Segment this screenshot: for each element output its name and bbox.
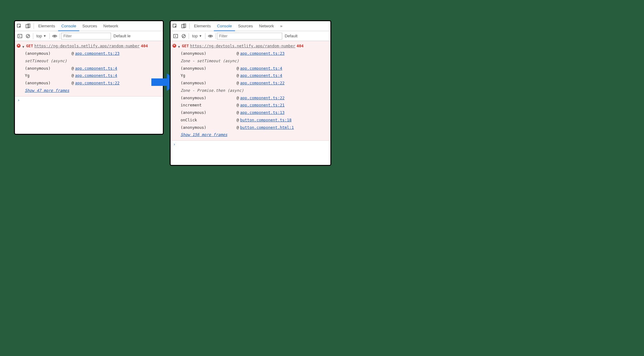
show-more-frames[interactable]: Show 156 more frames [181,131,329,138]
stack-frame: (anonymous) @ button.component.html:1 [181,124,329,131]
devtools-tabbar: Elements Console Sources Network [15,21,163,31]
request-url[interactable]: https://ng-devtools.netlify.app/random-n… [34,42,140,50]
stack-frame: Yg @ app.component.ts:4 [181,72,329,79]
frame-function: increment [181,101,237,109]
clear-console-icon[interactable] [180,32,187,40]
frame-function: Yg [181,72,237,79]
tab-elements[interactable]: Elements [191,21,214,31]
stack-frame: (anonymous) @ app.component.ts:22 [25,79,161,87]
inspect-icon[interactable] [15,21,24,31]
frame-location[interactable]: app.component.ts:22 [75,79,120,87]
frame-location[interactable]: app.component.ts:4 [75,65,117,72]
log-levels[interactable]: Default [283,34,299,38]
frame-location[interactable]: app.component.ts:22 [240,79,285,87]
sidebar-toggle-icon[interactable] [172,32,179,40]
inspect-icon[interactable] [171,21,179,31]
frame-location[interactable]: app.component.ts:23 [240,50,285,57]
error-icon: ✕ [17,44,21,48]
console-prompt[interactable]: › [171,141,330,148]
tab-console[interactable]: Console [58,21,79,31]
divider [33,33,33,39]
at-symbol: @ [71,65,74,72]
http-method: GET [26,42,33,50]
filter-input[interactable] [61,33,111,40]
frame-function: (anonymous) [25,65,71,72]
at-symbol: @ [71,50,74,57]
console-toolbar: top ▼ Default le [15,31,163,41]
at-symbol: @ [237,94,239,102]
frame-location[interactable]: app.component.ts:23 [75,50,120,57]
tab-sources[interactable]: Sources [79,21,100,31]
context-label: top [36,34,42,38]
frame-function: Yg [25,72,71,79]
at-symbol: @ [237,50,239,57]
tab-network[interactable]: Network [256,21,277,31]
disclosure-triangle-icon[interactable]: ▼ [177,44,181,50]
stack-frame: (anonymous) @ app.component.ts:4 [25,65,161,72]
divider [205,33,205,39]
device-toggle-icon[interactable] [24,21,32,31]
stack-frame: (anonymous) @ app.component.ts:23 [181,50,329,57]
at-symbol: @ [237,124,239,131]
clear-console-icon[interactable] [24,32,32,40]
devtools-tabbar: Elements Console Sources Network » [171,21,330,31]
frame-location[interactable]: app.component.ts:21 [240,101,285,109]
at-symbol: @ [237,79,239,87]
frame-function: (anonymous) [181,65,237,72]
svg-point-13 [210,35,211,37]
frame-function: (anonymous) [181,94,237,102]
at-symbol: @ [237,72,239,79]
frame-function: (anonymous) [25,50,71,57]
async-cause: Zone - setTimeout (async) [181,57,329,65]
async-cause: Zone - Promise.then (async) [181,87,329,94]
frame-function: onClick [181,116,237,124]
svg-line-5 [27,35,29,37]
live-expression-icon[interactable] [51,32,58,40]
at-symbol: @ [237,101,239,109]
stack-frame: Yg @ app.component.ts:4 [25,72,161,79]
sidebar-toggle-icon[interactable] [16,32,24,40]
tab-network[interactable]: Network [100,21,122,31]
divider [60,33,60,39]
divider [49,33,50,39]
context-selector[interactable]: top ▼ [34,34,48,38]
device-toggle-icon[interactable] [179,21,188,31]
frame-location[interactable]: app.component.ts:4 [75,72,117,79]
at-symbol: @ [237,116,239,124]
frame-function: (anonymous) [181,109,237,116]
chevron-down-icon: ▼ [199,34,202,38]
tab-console[interactable]: Console [214,21,235,31]
http-status: 404 [297,42,304,50]
frame-location[interactable]: app.component.ts:4 [240,72,282,79]
stack-frame: increment @ app.component.ts:21 [181,101,329,109]
show-more-frames[interactable]: Show 47 more frames [25,87,161,94]
console-prompt[interactable]: › [15,96,163,104]
stack-frame: (anonymous) @ app.component.ts:22 [181,94,329,102]
more-tabs[interactable]: » [277,21,285,31]
request-url[interactable]: https://ng-devtools.netlify.app/random-n… [190,42,295,50]
console-toolbar: top ▼ Default [171,31,330,41]
stack-frame: (anonymous) @ app.component.ts:4 [181,65,329,72]
stack-frame: onClick @ button.component.ts:18 [181,116,329,124]
at-symbol: @ [71,72,74,79]
frame-location[interactable]: app.component.ts:22 [240,94,285,102]
frame-location[interactable]: button.component.ts:18 [240,116,292,124]
devtools-panel-before: Elements Console Sources Network top ▼ D… [14,20,164,135]
frame-function: (anonymous) [181,50,237,57]
stack-frame: (anonymous) @ app.component.ts:13 [181,109,329,116]
live-expression-icon[interactable] [207,32,214,40]
filter-input[interactable] [217,33,282,40]
divider [189,23,190,29]
frame-location[interactable]: app.component.ts:13 [240,109,285,116]
devtools-panel-after: Elements Console Sources Network » top ▼… [170,20,331,166]
error-icon: ✕ [172,44,176,48]
context-selector[interactable]: top ▼ [190,34,204,38]
log-levels[interactable]: Default le [112,34,132,38]
tab-sources[interactable]: Sources [235,21,256,31]
disclosure-triangle-icon[interactable]: ▼ [22,44,25,50]
frame-location[interactable]: button.component.html:1 [240,124,294,131]
frame-function: (anonymous) [25,79,71,87]
tab-elements[interactable]: Elements [35,21,58,31]
http-method: GET [182,42,189,50]
frame-location[interactable]: app.component.ts:4 [240,65,282,72]
